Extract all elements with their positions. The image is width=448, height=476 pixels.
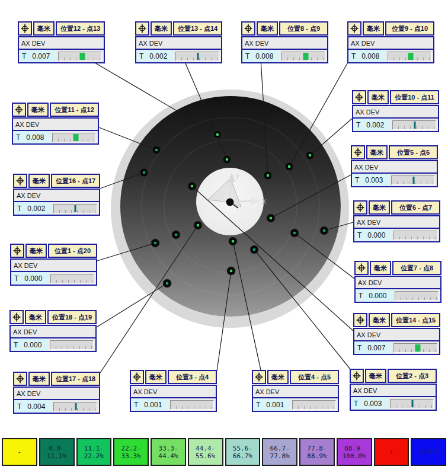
callout-body: AX DEV T 0.008 (12, 117, 99, 145)
position-symbol-icon (353, 313, 367, 327)
position-symbol-icon (12, 103, 26, 117)
tolerance-label: T (245, 52, 249, 60)
position-symbol-icon (13, 372, 27, 386)
deviation-bar-wrap (49, 272, 96, 285)
axis-dev-label: AX DEV (13, 119, 98, 131)
deviation-bar-wrap (280, 50, 327, 62)
tolerance-row: T 0.008 (348, 50, 433, 62)
tolerance-row: T 0.007 (19, 50, 104, 62)
dimension-callout[interactable]: 毫米 位置2 - 点3 AX DEV T 0.003 (350, 369, 437, 411)
axis-dev-label: AX DEV (14, 388, 99, 400)
deviation-marker (413, 177, 415, 184)
legend-range-line1: 11.1- (84, 445, 104, 452)
measured-feature-point (267, 214, 275, 222)
dimension-callout[interactable]: 毫米 位置18 - 点19 AX DEV T 0.000 (9, 310, 97, 352)
dimension-callout[interactable]: 毫米 位置9 - 点10 AX DEV T 0.008 (347, 21, 434, 63)
deviation-bar-wrap (389, 174, 437, 186)
legend-range-line2: 100.0% (343, 452, 366, 460)
deviation-marker (414, 122, 416, 129)
dimension-callout[interactable]: 毫米 位置13 - 点14 AX DEV T 0.002 (135, 21, 222, 63)
tolerance-value: 0.000 (367, 231, 385, 239)
callout-header: 毫米 位置4 - 点5 (252, 370, 339, 384)
tolerance-value: 0.002 (366, 121, 384, 129)
tolerance-cell: T 0.002 (14, 202, 52, 215)
measured-feature-point (229, 237, 237, 245)
measured-feature-point (320, 226, 328, 235)
tolerance-row: T 0.001 (253, 398, 338, 411)
position-symbol-icon (352, 90, 366, 104)
callout-title: 位置3 - 点4 (168, 370, 217, 384)
tolerance-label: T (17, 402, 21, 411)
tolerance-label: T (16, 133, 20, 142)
tolerance-cell: T 0.004 (14, 400, 52, 413)
axis-dev-label: AX DEV (136, 37, 221, 50)
legend-range-line1: 88.9- (344, 445, 364, 452)
dimension-callout[interactable]: 毫米 位置12 - 点13 AX DEV T 0.007 (18, 21, 105, 63)
tolerance-cell: T 0.003 (352, 174, 389, 186)
deviation-bar-wrap (290, 398, 338, 411)
tolerance-cell: T 0.007 (19, 50, 56, 62)
measured-feature-point (194, 221, 202, 229)
tolerance-value: 0.008 (26, 133, 44, 142)
position-symbol-icon (13, 174, 27, 188)
legend-cell: 33.3-44.4% (151, 438, 186, 466)
deviation-bar (393, 231, 437, 240)
dimension-callout[interactable]: 毫米 位置5 - 点6 AX DEV T 0.003 (351, 145, 438, 187)
measured-feature-point (290, 229, 299, 237)
dimension-callout[interactable]: 毫米 位置14 - 点15 AX DEV T 0.007 (353, 313, 440, 355)
legend-cell: 11.1-22.2% (76, 438, 112, 466)
measured-feature-point (172, 231, 180, 239)
legend-range-line1: 66.7- (270, 445, 290, 452)
tolerance-cell: T 0.003 (351, 397, 388, 410)
deviation-marker (412, 400, 414, 407)
dimension-callout[interactable]: 毫米 位置16 - 点17 AX DEV T 0.002 (13, 174, 100, 216)
tolerance-value: 0.000 (24, 341, 41, 349)
dimension-callout[interactable]: 毫米 位置17 - 点18 AX DEV T 0.004 (13, 372, 100, 414)
dimension-callout[interactable]: 毫米 位置8 - 点9 AX DEV T 0.008 (241, 21, 328, 63)
callout-body: AX DEV T 0.004 (13, 386, 100, 414)
tolerance-value: 0.007 (367, 344, 385, 352)
deviation-bar (50, 340, 94, 350)
tolerance-label: T (359, 292, 363, 300)
callout-title: 位置1 - 点20 (48, 244, 97, 258)
callout-body: AX DEV T 0.000 (354, 276, 441, 303)
tolerance-value: 0.000 (369, 292, 386, 300)
deviation-bar (393, 343, 437, 353)
dimension-callout[interactable]: 毫米 位置1 - 点20 AX DEV T 0.000 (10, 244, 97, 286)
position-symbol-icon (241, 21, 255, 36)
callout-body: AX DEV T 0.000 (10, 258, 97, 286)
tolerance-value: 0.008 (361, 52, 379, 60)
deviation-bar (58, 52, 102, 61)
callout-body: AX DEV T 0.003 (351, 160, 438, 187)
position-symbol-icon (135, 21, 149, 36)
dimension-callout[interactable]: 毫米 位置3 - 点4 AX DEV T 0.001 (130, 370, 217, 412)
callout-title: 位置17 - 点18 (51, 372, 100, 386)
legend-range-line2: 11.1% (47, 452, 66, 460)
tolerance-row: T 0.004 (14, 400, 99, 413)
measured-feature-point (250, 245, 258, 254)
axis-dev-label: AX DEV (348, 37, 433, 50)
dimension-callout[interactable]: 毫米 位置11 - 点12 AX DEV T 0.008 (12, 103, 99, 145)
dimension-callout[interactable]: 毫米 位置6 - 点7 AX DEV T 0.000 (353, 200, 440, 242)
dimension-callout[interactable]: 毫米 位置4 - 点5 AX DEV T 0.001 (252, 370, 339, 412)
legend-cell: 77.8-88.9% (299, 438, 335, 466)
legend-range-line1: 44.4- (196, 445, 215, 452)
callout-title: 位置13 - 点14 (173, 21, 222, 36)
measured-feature-point (306, 151, 314, 159)
x-axis-label: X (262, 198, 267, 205)
callout-header: 毫米 位置8 - 点9 (241, 21, 328, 36)
dimension-callout[interactable]: 毫米 位置7 - 点8 AX DEV T 0.000 (354, 261, 441, 303)
tolerance-row: T 0.000 (11, 272, 96, 285)
callout-header: 毫米 位置16 - 点17 (13, 174, 100, 188)
deviation-marker (408, 53, 414, 60)
deviation-bar (292, 400, 336, 410)
callout-body: AX DEV T 0.007 (18, 36, 105, 63)
axis-dev-label: AX DEV (352, 161, 437, 174)
callout-title: 位置11 - 点12 (50, 103, 99, 117)
deviation-bar (53, 204, 97, 213)
unit-label: 毫米 (370, 261, 391, 275)
callout-title: 位置12 - 点13 (56, 21, 105, 36)
legend-cell: + (374, 438, 409, 466)
axis-dev-label: AX DEV (354, 216, 439, 229)
dimension-callout[interactable]: 毫米 位置10 - 点11 AX DEV T 0.002 (352, 90, 439, 132)
